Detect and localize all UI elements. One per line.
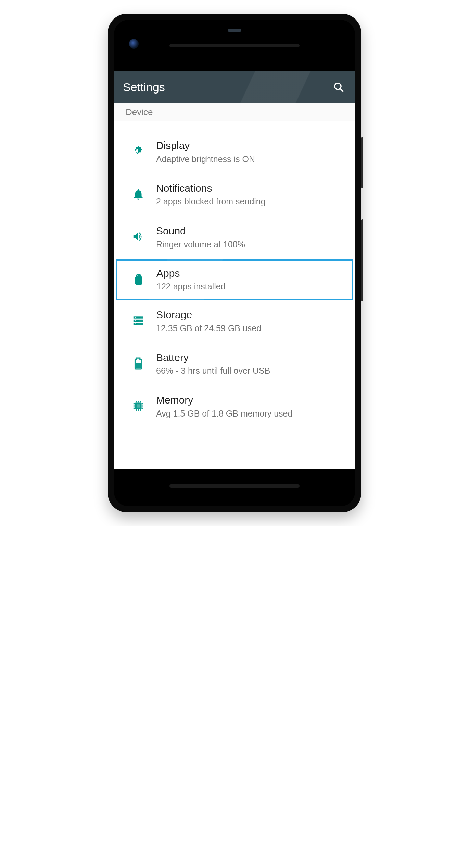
search-icon [333, 81, 344, 93]
row-subtitle: Avg 1.5 GB of 1.8 GB memory used [156, 409, 344, 419]
row-texts: SoundRinger volume at 100% [152, 224, 344, 249]
row-texts: Storage12.35 GB of 24.59 GB used [152, 308, 344, 333]
storage-icon [125, 314, 152, 327]
phone-bottom-bezel [114, 469, 355, 506]
row-title: Notifications [156, 182, 344, 195]
row-subtitle: 66% - 3 hrs until full over USB [156, 366, 344, 376]
row-texts: Battery66% - 3 hrs until full over USB [152, 351, 344, 376]
row-title: Sound [156, 224, 344, 237]
settings-row-display[interactable]: DisplayAdaptive brightness is ON [114, 131, 355, 174]
volume-icon [125, 230, 152, 243]
phone-top-bezel [114, 20, 355, 71]
brightness-icon [125, 145, 152, 158]
settings-row-apps[interactable]: Apps122 apps installed [116, 259, 353, 301]
bottom-speaker [169, 484, 300, 488]
settings-row-battery[interactable]: Battery66% - 3 hrs until full over USB [114, 343, 355, 386]
proximity-sensor [228, 29, 241, 32]
phone-frame: Settings Device DisplayAdaptive brightne… [108, 14, 361, 512]
settings-row-notifications[interactable]: Notifications2 apps blocked from sending [114, 174, 355, 217]
row-title: Display [156, 139, 344, 152]
power-button [361, 137, 363, 188]
battery-icon [125, 357, 152, 370]
svg-line-1 [340, 89, 343, 91]
row-title: Memory [156, 394, 344, 407]
row-title: Battery [156, 351, 344, 364]
app-bar: Settings [114, 71, 355, 103]
row-texts: Apps122 apps installed [152, 267, 344, 292]
row-title: Apps [156, 267, 344, 280]
front-camera [129, 39, 139, 49]
settings-row-sound[interactable]: SoundRinger volume at 100% [114, 216, 355, 259]
search-button[interactable] [331, 79, 346, 95]
section-header-device: Device [114, 103, 355, 121]
bell-icon [125, 188, 152, 201]
row-subtitle: 12.35 GB of 24.59 GB used [156, 323, 344, 333]
row-title: Storage [156, 308, 344, 321]
content-area: Device DisplayAdaptive brightness is ONN… [114, 103, 355, 429]
screen: Settings Device DisplayAdaptive brightne… [114, 71, 355, 469]
settings-list: DisplayAdaptive brightness is ONNotifica… [114, 121, 355, 429]
phone-inner: Settings Device DisplayAdaptive brightne… [114, 20, 355, 506]
volume-rocker [361, 219, 363, 301]
row-subtitle: Adaptive brightness is ON [156, 154, 344, 164]
row-texts: Notifications2 apps blocked from sending [152, 182, 344, 207]
row-texts: MemoryAvg 1.5 GB of 1.8 GB memory used [152, 394, 344, 419]
memory-icon [125, 399, 152, 412]
row-texts: DisplayAdaptive brightness is ON [152, 139, 344, 164]
page-title: Settings [123, 80, 165, 94]
row-subtitle: 2 apps blocked from sending [156, 197, 344, 207]
settings-row-storage[interactable]: Storage12.35 GB of 24.59 GB used [114, 300, 355, 343]
row-subtitle: Ringer volume at 100% [156, 239, 344, 249]
row-subtitle: 122 apps installed [156, 282, 344, 292]
settings-row-memory[interactable]: MemoryAvg 1.5 GB of 1.8 GB memory used [114, 386, 355, 429]
earpiece-speaker [169, 44, 300, 47]
android-icon [125, 273, 152, 286]
